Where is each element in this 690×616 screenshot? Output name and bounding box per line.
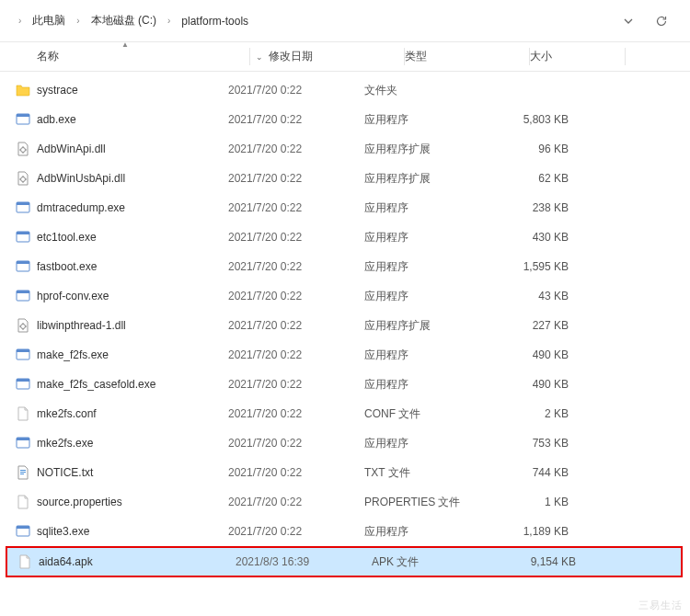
file-name-cell: dmtracedump.exe [15,200,228,216]
svg-rect-16 [17,379,29,382]
breadcrumb-item[interactable]: 此电脑 [29,11,69,30]
file-name-cell: adb.exe [15,111,228,128]
file-icon [17,553,33,570]
file-row[interactable]: NOTICE.txt2021/7/20 0:22TXT 文件744 KB [0,458,690,487]
file-date-cell: 2021/7/20 0:22 [228,143,364,155]
file-row[interactable]: make_f2fs.exe2021/7/20 0:22应用程序490 KB [0,340,690,370]
refresh-icon[interactable] [653,13,670,29]
exe-icon [15,376,31,393]
exe-icon [15,435,31,451]
file-date-cell: 2021/7/20 0:22 [228,201,364,214]
file-name-cell: mke2fs.exe [15,435,228,451]
file-name-label: libwinpthread-1.dll [37,319,126,332]
column-dropdown-icon[interactable]: ⌄ [250,52,269,62]
file-name-cell: source.properties [15,494,228,510]
file-type-cell: 应用程序 [364,436,489,451]
column-label: 类型 [405,49,427,64]
sort-asc-icon: ▲ [121,40,129,49]
file-row[interactable]: AdbWinApi.dll2021/7/20 0:22应用程序扩展96 KB [0,134,690,164]
file-row[interactable]: fastboot.exe2021/7/20 0:22应用程序1,595 KB [0,252,690,281]
address-bar: › 此电脑 › 本地磁盘 (C:) › platform-tools [0,0,690,42]
file-size-cell: 9,154 KB [497,555,592,568]
breadcrumb-item[interactable]: 本地磁盘 (C:) [87,11,160,30]
file-row[interactable]: hprof-conv.exe2021/7/20 0:22应用程序43 KB [0,281,690,311]
file-row[interactable]: aida64.apk2021/8/3 16:39APK 文件9,154 KB [6,546,683,577]
exe-icon [15,111,31,128]
file-type-cell: 应用程序扩展 [364,171,489,187]
file-name-cell: AdbWinApi.dll [15,141,228,157]
exe-icon [15,523,31,540]
file-size-cell: 1,189 KB [489,525,585,538]
file-name-label: mke2fs.exe [37,437,93,450]
chevron-right-icon[interactable]: › [17,16,23,26]
file-name-label: adb.exe [37,113,76,126]
file-name-cell: etc1tool.exe [15,229,228,245]
file-name-label: source.properties [37,496,122,508]
file-size-cell: 5,803 KB [489,113,585,126]
file-date-cell: 2021/7/20 0:22 [228,113,364,126]
file-icon [15,405,31,422]
file-name-label: etc1tool.exe [37,231,97,244]
file-date-cell: 2021/7/20 0:22 [228,348,364,361]
folder-icon [15,82,31,98]
svg-rect-18 [17,438,29,440]
column-label: 大小 [530,49,552,64]
dropdown-icon[interactable] [620,13,637,29]
file-row[interactable]: libwinpthread-1.dll2021/7/20 0:22应用程序扩展2… [0,311,690,340]
file-row[interactable]: mke2fs.conf2021/7/20 0:22CONF 文件2 KB [0,399,690,428]
file-type-cell: 应用程序 [364,289,489,304]
file-size-cell: 43 KB [489,290,585,302]
file-row[interactable]: adb.exe2021/7/20 0:22应用程序5,803 KB [0,105,690,134]
file-name-label: mke2fs.conf [37,407,97,420]
column-label: 修改日期 [269,49,313,64]
file-date-cell: 2021/7/20 0:22 [228,172,364,185]
file-date-cell: 2021/7/20 0:22 [228,437,364,450]
file-name-cell: hprof-conv.exe [15,288,228,304]
txt-icon [15,464,31,481]
chevron-right-icon[interactable]: › [75,16,81,26]
exe-icon [15,229,31,245]
file-type-cell: PROPERTIES 文件 [364,495,489,510]
file-size-cell: 96 KB [489,143,585,155]
svg-rect-20 [20,472,26,473]
file-row[interactable]: systrace2021/7/20 0:22文件夹 [0,75,690,105]
file-list: systrace2021/7/20 0:22文件夹adb.exe2021/7/2… [0,72,690,577]
file-name-cell: AdbWinUsbApi.dll [15,170,228,187]
column-header-type[interactable]: 类型 [405,42,530,71]
file-size-cell: 490 KB [489,378,585,391]
file-size-cell: 430 KB [489,231,585,244]
svg-rect-7 [17,232,29,234]
file-type-cell: CONF 文件 [364,406,489,422]
file-row[interactable]: AdbWinUsbApi.dll2021/7/20 0:22应用程序扩展62 K… [0,164,690,193]
file-type-cell: 应用程序 [364,259,489,275]
file-row[interactable]: mke2fs.exe2021/7/20 0:22应用程序753 KB [0,428,690,458]
file-type-cell: 应用程序 [364,348,489,363]
file-row[interactable]: dmtracedump.exe2021/7/20 0:22应用程序238 KB [0,193,690,222]
file-name-label: dmtracedump.exe [37,201,125,214]
file-row[interactable]: etc1tool.exe2021/7/20 0:22应用程序430 KB [0,222,690,252]
file-size-cell: 1,595 KB [489,260,585,273]
exe-icon [15,258,31,275]
file-type-cell: 应用程序扩展 [364,318,489,334]
file-name-cell: make_f2fs_casefold.exe [15,376,228,393]
chevron-right-icon[interactable]: › [166,16,172,26]
watermark: 三易生活 [638,599,683,612]
svg-rect-23 [17,526,29,529]
file-row[interactable]: source.properties2021/7/20 0:22PROPERTIE… [0,487,690,517]
file-size-cell: 490 KB [489,348,585,361]
file-row[interactable]: make_f2fs_casefold.exe2021/7/20 0:22应用程序… [0,370,690,399]
file-date-cell: 2021/7/20 0:22 [228,407,364,420]
exe-icon [15,347,31,363]
column-header-name[interactable]: ▲ 名称 [0,42,250,71]
column-header-size[interactable]: 大小 [530,42,626,71]
file-date-cell: 2021/7/20 0:22 [228,290,364,302]
file-type-cell: 应用程序 [364,524,489,540]
file-row[interactable]: sqlite3.exe2021/7/20 0:22应用程序1,189 KB [0,517,690,546]
file-name-cell: make_f2fs.exe [15,347,228,363]
nav-actions [620,13,679,29]
breadcrumb-item[interactable]: platform-tools [178,13,252,29]
file-icon [15,494,31,510]
file-size-cell: 753 KB [489,437,585,450]
file-size-cell: 227 KB [489,319,585,332]
column-header-date[interactable]: 修改日期 [269,42,405,71]
